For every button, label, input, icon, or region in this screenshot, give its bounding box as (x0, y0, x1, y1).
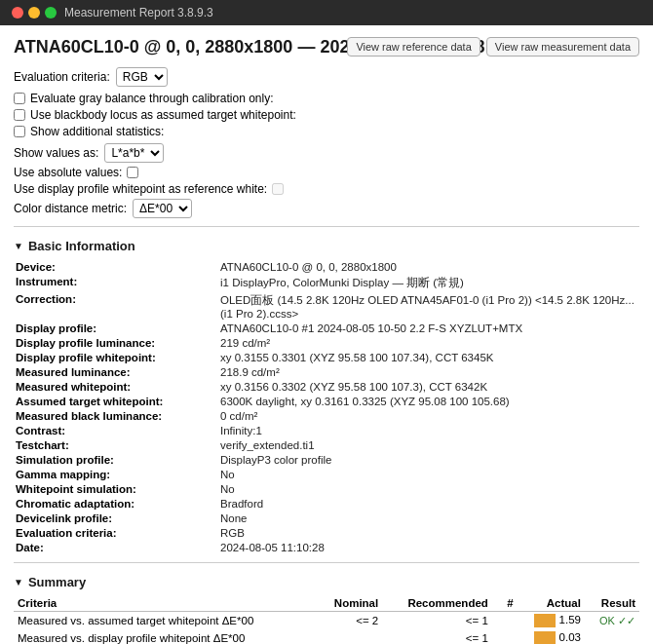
table-row: Contrast:Infinity:1 (14, 423, 639, 437)
row-label: Assumed target whitepoint: (14, 394, 218, 408)
row-label: Evaluation criteria: (14, 525, 218, 540)
summary-hash (492, 629, 518, 644)
traffic-lights (12, 7, 57, 19)
blackbody-row: Use blackbody locus as assumed target wh… (14, 108, 639, 122)
title-bar: Measurement Report 3.8.9.3 (0, 0, 653, 25)
row-value: No (218, 467, 639, 481)
show-values-row: Show values as: L*a*b* (14, 143, 639, 163)
use-absolute-checkbox[interactable] (127, 167, 138, 178)
table-row: Instrument:i1 DisplayPro, ColorMunki Dis… (14, 274, 639, 291)
summary-criteria: Measured vs. assumed target whitepoint Δ… (14, 612, 318, 630)
show-additional-label: Show additional statistics: (30, 125, 164, 138)
summary-arrow: ▼ (14, 577, 23, 587)
evaluation-criteria-row: Evaluation criteria: RGB (14, 67, 639, 87)
top-buttons: View raw reference data View raw measure… (347, 37, 639, 57)
row-value: No (218, 481, 639, 496)
row-value: DisplayP3 color profile (218, 452, 639, 467)
table-row: Display profile:ATNA60CL10-0 #1 2024-08-… (14, 321, 639, 335)
table-row: Correction:OLED面板 (14.5 2.8K 120Hz OLED … (14, 291, 639, 321)
table-row: Assumed target whitepoint:6300K daylight… (14, 394, 639, 408)
row-value: None (218, 511, 639, 525)
basic-info-table: Device:ATNA60CL10-0 @ 0, 0, 2880x1800Ins… (14, 259, 639, 554)
display-profile-whitepoint-row: Use display profile whitepoint as refere… (14, 182, 639, 196)
actual-color-block (534, 614, 556, 627)
actual-value: 0.03 (556, 631, 581, 643)
summary-result (585, 629, 639, 644)
summary-hash (492, 612, 518, 630)
row-label: Display profile whitepoint: (14, 350, 218, 364)
row-value: 0 cd/m² (218, 408, 639, 423)
table-row: Device:ATNA60CL10-0 @ 0, 0, 2880x1800 (14, 259, 639, 274)
view-raw-measurement-button[interactable]: View raw measurement data (486, 37, 639, 57)
col-criteria: Criteria (14, 595, 318, 612)
gray-balance-label: Evaluate gray balance through calibratio… (30, 92, 274, 105)
col-recommended: Recommended (382, 595, 492, 612)
row-label: Whitepoint simulation: (14, 481, 218, 496)
summary-result: OK ✓✓ (585, 612, 639, 630)
table-row: Date:2024-08-05 11:10:28 (14, 540, 639, 554)
table-row: Gamma mapping:No (14, 467, 639, 481)
close-button[interactable] (12, 7, 23, 19)
display-profile-whitepoint-checkbox[interactable] (272, 183, 284, 195)
show-additional-checkbox[interactable] (14, 126, 25, 137)
divider-1 (14, 226, 639, 227)
minimize-button[interactable] (28, 7, 40, 19)
row-label: Chromatic adaptation: (14, 496, 218, 511)
blackbody-checkbox[interactable] (14, 109, 25, 121)
row-value: i1 DisplayPro, ColorMunki Display — 期断 (… (218, 274, 639, 291)
summary-nominal: <= 2 (318, 612, 382, 630)
table-row: Simulation profile:DisplayP3 color profi… (14, 452, 639, 467)
view-raw-reference-button[interactable]: View raw reference data (347, 37, 480, 57)
display-profile-whitepoint-label: Use display profile whitepoint as refere… (14, 182, 267, 196)
divider-2 (14, 562, 639, 563)
blackbody-label: Use blackbody locus as assumed target wh… (30, 108, 296, 122)
gray-balance-checkbox[interactable] (14, 93, 25, 104)
maximize-button[interactable] (45, 7, 57, 19)
row-label: Testchart: (14, 437, 218, 452)
show-values-label: Show values as: (14, 146, 98, 160)
row-label: Display profile luminance: (14, 335, 218, 350)
table-row: Whitepoint simulation:No (14, 481, 639, 496)
table-row: Display profile luminance:219 cd/m² (14, 335, 639, 350)
col-nominal: Nominal (318, 595, 382, 612)
row-value: 6300K daylight, xy 0.3161 0.3325 (XYZ 95… (218, 394, 639, 408)
row-value: 219 cd/m² (218, 335, 639, 350)
summary-row: Measured vs. assumed target whitepoint Δ… (14, 612, 639, 630)
evaluation-criteria-select[interactable]: RGB (116, 67, 168, 87)
row-label: Measured whitepoint: (14, 379, 218, 394)
col-hash: # (492, 595, 518, 612)
row-value: Infinity:1 (218, 423, 639, 437)
color-distance-select[interactable]: ΔE*00 (133, 199, 192, 218)
row-value: OLED面板 (14.5 2.8K 120Hz OLED ATNA45AF01-… (218, 291, 639, 321)
row-value: ATNA60CL10-0 #1 2024-08-05 10-50 2.2 F-S… (218, 321, 639, 335)
table-row: Display profile whitepoint:xy 0.3155 0.3… (14, 350, 639, 364)
row-label: Measured luminance: (14, 364, 218, 379)
summary-actual: 0.03 (518, 629, 585, 644)
summary-recommended: <= 1 (382, 629, 492, 644)
row-label: Device: (14, 259, 218, 274)
row-label: Instrument: (14, 274, 218, 291)
show-values-select[interactable]: L*a*b* (104, 143, 164, 163)
row-label: Display profile: (14, 321, 218, 335)
show-additional-row: Show additional statistics: (14, 125, 639, 138)
use-absolute-row: Use absolute values: (14, 166, 639, 179)
summary-criteria: Measured vs. display profile whitepoint … (14, 629, 318, 644)
main-content: View raw reference data View raw measure… (0, 25, 653, 644)
table-row: Measured whitepoint:xy 0.3156 0.3302 (XY… (14, 379, 639, 394)
summary-title: Summary (28, 575, 86, 589)
actual-value: 1.59 (556, 614, 581, 625)
row-label: Contrast: (14, 423, 218, 437)
basic-info-header[interactable]: ▼ Basic Information (14, 239, 639, 253)
summary-nominal (318, 629, 382, 644)
evaluation-criteria-label: Evaluation criteria: (14, 70, 110, 84)
row-label: Date: (14, 540, 218, 554)
table-row: Measured black luminance:0 cd/m² (14, 408, 639, 423)
row-value: RGB (218, 525, 639, 540)
color-distance-label: Color distance metric: (14, 202, 127, 215)
gray-balance-row: Evaluate gray balance through calibratio… (14, 92, 639, 105)
table-row: Devicelink profile:None (14, 511, 639, 525)
row-value: 218.9 cd/m² (218, 364, 639, 379)
row-label: Gamma mapping: (14, 467, 218, 481)
summary-header[interactable]: ▼ Summary (14, 575, 639, 589)
table-row: Chromatic adaptation:Bradford (14, 496, 639, 511)
